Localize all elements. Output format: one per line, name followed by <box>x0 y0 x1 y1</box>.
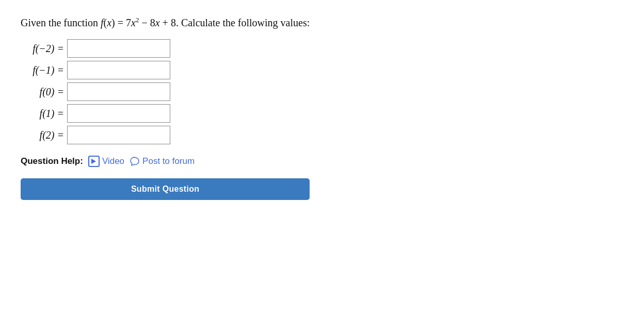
submit-button[interactable]: Submit Question <box>21 178 310 200</box>
input-f-0[interactable] <box>67 82 170 101</box>
input-row-f-2: f(2) = <box>21 126 310 144</box>
input-f-neg2[interactable] <box>67 39 170 58</box>
forum-link[interactable]: Post to forum <box>130 156 195 166</box>
video-icon <box>88 156 100 167</box>
main-content: Given the function f(x) = 7x2 − 8x + 8. … <box>21 15 310 200</box>
label-f-neg2: f(−2) = <box>21 43 67 55</box>
input-row-f-neg1: f(−1) = <box>21 61 310 79</box>
input-f-1[interactable] <box>67 104 170 123</box>
label-f-neg1: f(−1) = <box>21 64 67 76</box>
question-help: Question Help: Video Post to forum <box>21 156 310 167</box>
help-label: Question Help: <box>21 156 83 166</box>
video-link[interactable]: Video <box>88 156 124 167</box>
inputs-container: f(−2) = f(−1) = f(0) = f(1) = f(2) = <box>21 39 310 144</box>
input-f-2[interactable] <box>67 126 170 144</box>
forum-link-text: Post to forum <box>142 156 195 166</box>
label-f-2: f(2) = <box>21 129 67 141</box>
input-f-neg1[interactable] <box>67 61 170 79</box>
video-link-text: Video <box>102 156 124 166</box>
input-row-f-0: f(0) = <box>21 82 310 101</box>
forum-icon <box>130 156 140 166</box>
label-f-1: f(1) = <box>21 108 67 120</box>
input-row-f-1: f(1) = <box>21 104 310 123</box>
function-display: f(x) = 7x2 − 8x + 8. Calculate the follo… <box>101 17 310 28</box>
input-row-f-neg2: f(−2) = <box>21 39 310 58</box>
statement-prefix: Given the function <box>21 17 101 28</box>
problem-statement: Given the function f(x) = 7x2 − 8x + 8. … <box>21 15 310 30</box>
label-f-0: f(0) = <box>21 86 67 98</box>
